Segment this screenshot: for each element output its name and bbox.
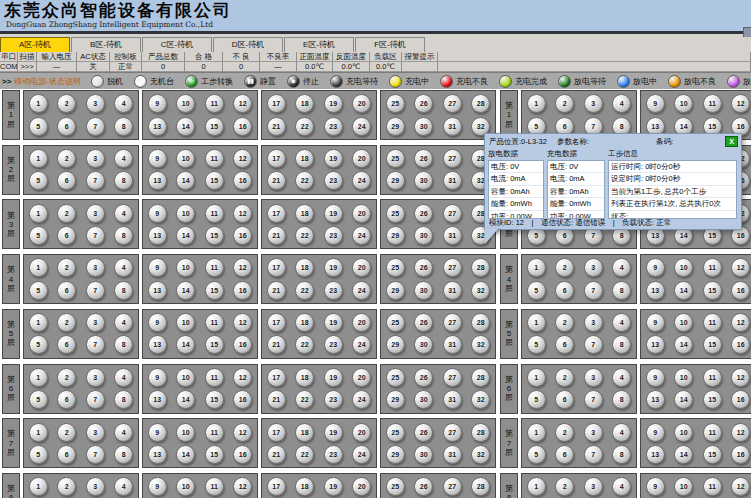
tab-zone-D[interactable]: D区-待机 xyxy=(213,37,283,52)
battery-cell[interactable]: 1 xyxy=(29,477,48,496)
battery-cell[interactable]: 30 xyxy=(414,171,433,190)
battery-cell[interactable]: 4 xyxy=(114,258,133,277)
battery-cell[interactable]: 22 xyxy=(295,171,314,190)
battery-cell[interactable]: 12 xyxy=(233,204,252,223)
battery-cell[interactable]: 7 xyxy=(584,445,603,464)
battery-cell[interactable]: 2 xyxy=(57,94,76,113)
battery-cell[interactable]: 11 xyxy=(703,313,722,332)
battery-cell[interactable]: 9 xyxy=(646,258,665,277)
battery-cell[interactable]: 12 xyxy=(233,477,252,496)
battery-cell[interactable]: 14 xyxy=(176,445,195,464)
battery-cell[interactable]: 27 xyxy=(443,423,462,442)
battery-cell[interactable]: 23 xyxy=(324,226,343,245)
battery-cell[interactable]: 13 xyxy=(148,226,167,245)
battery-cell[interactable]: 27 xyxy=(443,94,462,113)
battery-cell[interactable]: 13 xyxy=(148,171,167,190)
battery-cell[interactable]: 31 xyxy=(443,281,462,300)
battery-cell[interactable]: 14 xyxy=(176,117,195,136)
battery-cell[interactable]: 17 xyxy=(267,368,286,387)
battery-cell[interactable]: 15 xyxy=(205,226,224,245)
battery-cell[interactable]: 17 xyxy=(267,477,286,496)
battery-cell[interactable]: 24 xyxy=(352,117,371,136)
battery-cell[interactable]: 21 xyxy=(267,445,286,464)
battery-cell[interactable]: 11 xyxy=(703,423,722,442)
battery-cell[interactable]: 10 xyxy=(176,204,195,223)
battery-cell[interactable]: 3 xyxy=(86,423,105,442)
battery-cell[interactable]: 9 xyxy=(646,94,665,113)
battery-cell[interactable]: 21 xyxy=(267,117,286,136)
battery-cell[interactable]: 22 xyxy=(295,390,314,409)
battery-cell[interactable]: 28 xyxy=(471,423,490,442)
battery-cell[interactable]: 20 xyxy=(352,258,371,277)
battery-cell[interactable]: 6 xyxy=(57,390,76,409)
battery-cell[interactable]: 17 xyxy=(267,149,286,168)
battery-cell[interactable]: 3 xyxy=(584,313,603,332)
battery-cell[interactable]: 19 xyxy=(324,368,343,387)
battery-cell[interactable]: 27 xyxy=(443,313,462,332)
battery-cell[interactable]: 29 xyxy=(386,171,405,190)
battery-cell[interactable]: 9 xyxy=(148,477,167,496)
battery-cell[interactable]: 31 xyxy=(443,171,462,190)
battery-cell[interactable]: 26 xyxy=(414,258,433,277)
battery-cell[interactable]: 15 xyxy=(205,117,224,136)
tab-zone-E[interactable]: E区-待机 xyxy=(284,37,354,52)
battery-cell[interactable]: 2 xyxy=(57,423,76,442)
battery-cell[interactable]: 29 xyxy=(386,335,405,354)
battery-cell[interactable]: 4 xyxy=(114,423,133,442)
battery-cell[interactable]: 12 xyxy=(731,94,750,113)
battery-cell[interactable]: 11 xyxy=(205,149,224,168)
battery-cell[interactable]: 30 xyxy=(414,390,433,409)
battery-cell[interactable]: 2 xyxy=(57,258,76,277)
battery-cell[interactable]: 14 xyxy=(176,226,195,245)
battery-cell[interactable]: 1 xyxy=(29,94,48,113)
battery-cell[interactable]: 20 xyxy=(352,477,371,496)
battery-cell[interactable]: 8 xyxy=(114,281,133,300)
battery-cell[interactable]: 10 xyxy=(674,423,693,442)
tab-zone-B[interactable]: B区-待机 xyxy=(71,37,141,52)
battery-cell[interactable]: 7 xyxy=(584,281,603,300)
battery-cell[interactable]: 15 xyxy=(703,281,722,300)
battery-cell[interactable]: 25 xyxy=(386,204,405,223)
battery-cell[interactable]: 8 xyxy=(612,445,631,464)
battery-cell[interactable]: 13 xyxy=(148,117,167,136)
battery-cell[interactable]: 5 xyxy=(527,335,546,354)
battery-cell[interactable]: 11 xyxy=(205,423,224,442)
battery-cell[interactable]: 2 xyxy=(57,313,76,332)
battery-cell[interactable]: 23 xyxy=(324,171,343,190)
battery-cell[interactable]: 11 xyxy=(205,368,224,387)
battery-cell[interactable]: 5 xyxy=(29,445,48,464)
battery-cell[interactable]: 19 xyxy=(324,204,343,223)
battery-cell[interactable]: 22 xyxy=(295,445,314,464)
battery-cell[interactable]: 13 xyxy=(148,281,167,300)
battery-cell[interactable]: 15 xyxy=(205,171,224,190)
battery-cell[interactable]: 20 xyxy=(352,204,371,223)
battery-cell[interactable]: 7 xyxy=(584,335,603,354)
battery-cell[interactable]: 20 xyxy=(352,149,371,168)
battery-cell[interactable]: 4 xyxy=(612,423,631,442)
battery-cell[interactable]: 30 xyxy=(414,226,433,245)
battery-cell[interactable]: 9 xyxy=(148,204,167,223)
battery-cell[interactable]: 9 xyxy=(646,313,665,332)
battery-cell[interactable]: 6 xyxy=(57,226,76,245)
battery-cell[interactable]: 9 xyxy=(148,313,167,332)
battery-cell[interactable]: 10 xyxy=(674,477,693,496)
battery-cell[interactable]: 5 xyxy=(29,281,48,300)
battery-cell[interactable]: 1 xyxy=(527,258,546,277)
battery-cell[interactable]: 7 xyxy=(584,390,603,409)
battery-cell[interactable]: 10 xyxy=(176,94,195,113)
battery-cell[interactable]: 13 xyxy=(646,281,665,300)
battery-cell[interactable]: 26 xyxy=(414,149,433,168)
battery-cell[interactable]: 20 xyxy=(352,368,371,387)
battery-cell[interactable]: 21 xyxy=(267,335,286,354)
battery-cell[interactable]: 2 xyxy=(57,477,76,496)
battery-cell[interactable]: 30 xyxy=(414,445,433,464)
battery-cell[interactable]: 5 xyxy=(29,226,48,245)
battery-cell[interactable]: 8 xyxy=(114,171,133,190)
battery-cell[interactable]: 27 xyxy=(443,204,462,223)
battery-cell[interactable]: 6 xyxy=(555,445,574,464)
battery-cell[interactable]: 15 xyxy=(205,281,224,300)
popup-close-button[interactable]: X xyxy=(725,136,738,147)
battery-cell[interactable]: 1 xyxy=(29,258,48,277)
battery-cell[interactable]: 7 xyxy=(86,445,105,464)
battery-cell[interactable]: 11 xyxy=(205,94,224,113)
